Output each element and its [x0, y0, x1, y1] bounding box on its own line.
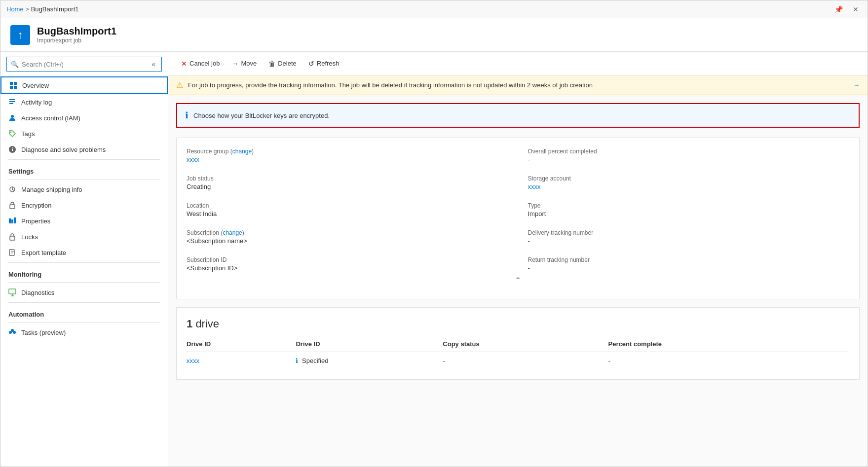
title-bar: Home > BugBashImport1 📌 ✕ — [0, 0, 868, 18]
overview-icon — [9, 81, 17, 89]
col-percent-complete: Percent complete — [608, 336, 849, 352]
resource-group-value[interactable]: xxxx — [187, 156, 508, 163]
sidebar-item-diagnostics[interactable]: Diagnostics — [0, 285, 168, 300]
return-tracking-value: - — [528, 264, 850, 272]
move-label: Move — [241, 60, 257, 67]
svg-rect-3 — [14, 86, 17, 89]
cancel-job-button[interactable]: ✕ Cancel job — [176, 57, 225, 71]
main-layout: 🔍 « Overview Activity log — [0, 52, 868, 467]
resource-title: BugBashImport1 — [37, 26, 116, 37]
breadcrumb-separator: > — [26, 6, 29, 13]
type-value: Import — [528, 210, 850, 217]
svg-rect-0 — [10, 82, 13, 85]
content-area: ✕ Cancel job → Move 🗑 Delete ↺ Refresh — [168, 52, 868, 467]
sidebar-item-overview-label: Overview — [22, 82, 49, 89]
warning-banner: ⚠ For job to progress, provide the track… — [168, 75, 868, 95]
resource-icon-char: ↑ — [18, 29, 23, 41]
delete-icon: 🗑 — [268, 60, 275, 68]
sidebar-item-locks-label: Locks — [21, 233, 38, 241]
drive-count: 1 drive — [187, 318, 849, 330]
manage-shipping-icon — [8, 185, 16, 193]
sidebar-item-access-control-label: Access control (IAM) — [21, 114, 80, 122]
svg-rect-13 — [14, 217, 16, 223]
job-status-item: Job status Creating — [187, 175, 508, 190]
refresh-button[interactable]: ↺ Refresh — [303, 57, 344, 71]
sidebar-item-tasks-preview-label: Tasks (preview) — [21, 329, 66, 336]
refresh-label: Refresh — [317, 60, 340, 67]
storage-account-value[interactable]: xxxx — [528, 183, 850, 190]
sidebar-item-diagnose[interactable]: Diagnose and solve problems — [0, 142, 168, 157]
pin-button[interactable]: 📌 — [831, 4, 846, 14]
sidebar-item-locks[interactable]: Locks — [0, 229, 168, 245]
warning-icon: ⚠ — [176, 80, 183, 90]
drive-id-link-cell: xxxx — [187, 352, 296, 370]
sidebar-item-tags[interactable]: Tags — [0, 126, 168, 142]
automation-divider — [8, 302, 160, 303]
storage-account-label: Storage account — [528, 175, 850, 182]
col-copy-status: Copy status — [443, 336, 608, 352]
sidebar-item-diagnostics-label: Diagnostics — [21, 289, 54, 296]
svg-rect-4 — [9, 99, 15, 100]
access-control-icon — [8, 114, 16, 122]
search-icon: 🔍 — [11, 61, 19, 68]
sidebar-item-overview[interactable]: Overview — [0, 76, 168, 94]
automation-divider2 — [8, 322, 160, 323]
details-section: Resource group (change) xxxx Overall per… — [176, 138, 860, 299]
resource-group-label: Resource group (change) — [187, 148, 508, 155]
properties-icon — [8, 217, 16, 225]
home-link[interactable]: Home — [6, 5, 24, 13]
warning-arrow[interactable]: → — [853, 81, 860, 89]
subscription-label: Subscription (change) — [187, 229, 508, 236]
sidebar-item-properties[interactable]: Properties — [0, 213, 168, 229]
subscription-change-link[interactable]: change — [223, 229, 242, 236]
sidebar-item-activity-log-label: Activity log — [21, 99, 52, 106]
cancel-job-icon: ✕ — [181, 60, 187, 68]
sidebar-item-export-template[interactable]: Export template — [0, 245, 168, 260]
resource-group-change-link[interactable]: change — [232, 148, 252, 155]
search-input[interactable] — [22, 61, 147, 68]
drive-table-header: Drive ID Drive ID Copy status Percent co… — [187, 336, 849, 352]
move-button[interactable]: → Move — [226, 57, 262, 71]
collapse-sidebar-button[interactable]: « — [150, 59, 157, 69]
svg-rect-15 — [9, 250, 14, 255]
sidebar-item-tags-label: Tags — [21, 130, 35, 138]
warning-text: For job to progress, provide the trackin… — [188, 81, 593, 89]
breadcrumb-current: BugBashImport1 — [31, 5, 79, 13]
settings-section-label: Settings — [0, 162, 168, 177]
svg-point-8 — [10, 132, 12, 133]
tags-icon — [8, 130, 16, 138]
search-box[interactable]: 🔍 « — [6, 57, 162, 72]
delete-button[interactable]: 🗑 Delete — [264, 57, 302, 71]
sidebar-item-access-control[interactable]: Access control (IAM) — [0, 110, 168, 126]
refresh-icon: ↺ — [308, 60, 314, 68]
drive-id-link[interactable]: xxxx — [187, 357, 199, 364]
sidebar-item-activity-log[interactable]: Activity log — [0, 94, 168, 110]
move-icon: → — [231, 60, 238, 68]
sidebar-item-export-template-label: Export template — [21, 249, 66, 256]
copy-status-cell: - — [443, 352, 608, 370]
sidebar-item-tasks-preview[interactable]: Tasks (preview) — [0, 324, 168, 340]
sidebar-item-manage-shipping[interactable]: Manage shipping info — [0, 181, 168, 197]
sidebar-item-encryption[interactable]: Encryption — [0, 197, 168, 213]
details-grid: Resource group (change) xxxx Overall per… — [187, 148, 849, 272]
storage-account-item: Storage account xxxx — [528, 175, 850, 190]
close-button[interactable]: ✕ — [850, 4, 862, 14]
collapse-details-button[interactable]: ⌃ — [187, 272, 849, 289]
monitoring-section-label: Monitoring — [0, 265, 168, 280]
sidebar-item-manage-shipping-label: Manage shipping info — [21, 186, 82, 193]
table-row: xxxx ℹ Specified - - — [187, 352, 849, 370]
subscription-item: Subscription (change) <Subscription name… — [187, 229, 508, 245]
locks-icon — [8, 233, 16, 241]
drive-id2-cell: ℹ Specified — [296, 352, 443, 370]
svg-point-19 — [11, 329, 14, 332]
return-tracking-label: Return tracking number — [528, 256, 850, 263]
info-box-icon: ℹ — [185, 110, 189, 121]
diagnose-icon — [8, 145, 16, 153]
title-bar-actions: 📌 ✕ — [831, 4, 862, 14]
overall-percent-value: - — [528, 156, 850, 163]
settings-divider2 — [8, 179, 160, 180]
return-tracking-item: Return tracking number - — [528, 256, 850, 272]
settings-divider — [8, 159, 160, 160]
type-label: Type — [528, 202, 850, 209]
subscription-id-value: <Subscription ID> — [187, 264, 508, 272]
